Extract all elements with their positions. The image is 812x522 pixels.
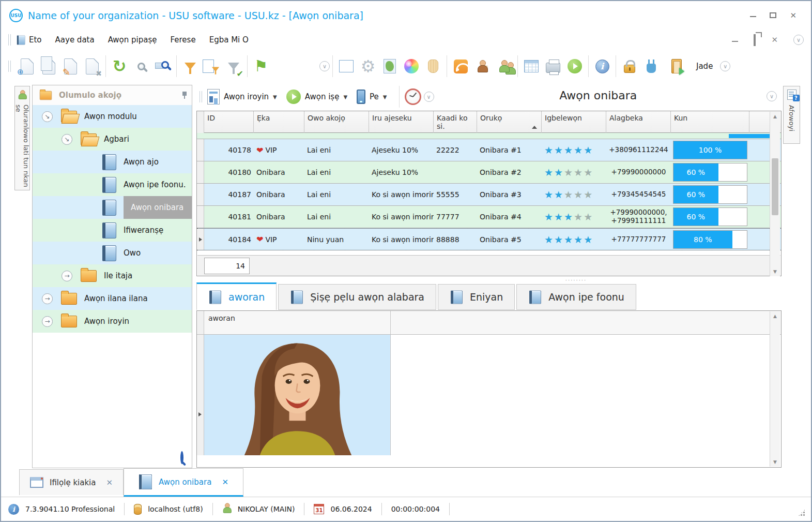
menu-eto[interactable]: Eto (29, 35, 42, 44)
tree-item-awon-iroyin[interactable]: → Awọn iroyin (33, 310, 192, 333)
collapse-icon[interactable]: ↘ (42, 111, 53, 122)
print-button[interactable] (542, 54, 564, 78)
filter-panel-button[interactable] (201, 54, 223, 78)
reports-dropdown[interactable]: Awọn iroyin ▼ (207, 89, 277, 105)
exit-button[interactable] (662, 54, 691, 78)
scroll-down-icon[interactable]: ▼ (770, 457, 780, 467)
mdi-restore-button[interactable] (754, 35, 756, 45)
view-toolbar-chevron[interactable]: ∨ (424, 92, 434, 102)
tiles-view-button[interactable] (335, 54, 357, 78)
mdi-close-button[interactable]: ✕ (771, 35, 778, 44)
tree-item-awon-modulu[interactable]: ↘ Awọn modulu (33, 105, 192, 128)
tab-aworan[interactable]: aworan (196, 282, 277, 310)
toolbar-overflow-chevron[interactable]: ∨ (319, 61, 330, 71)
column-header-alagbeka[interactable]: Alagbeka (606, 111, 671, 133)
user-permissions-button[interactable]: ⚿ (471, 54, 493, 78)
photo-panel-scrollbar[interactable]: ▲ ▼ (770, 311, 780, 467)
column-header-oruko[interactable]: Orukọ (477, 111, 542, 133)
manual-side-tab[interactable]: ? Afowoyi (783, 86, 800, 144)
close-tab-icon[interactable]: ✕ (106, 478, 113, 487)
grid-row-5-selected[interactable]: 40184 ❤VIP Ninu yuan Ko si awọn imoriri … (197, 228, 781, 250)
expand-icon[interactable]: → (62, 271, 72, 281)
column-header-id[interactable]: ID (204, 111, 254, 133)
close-tab-icon[interactable]: ✕ (222, 478, 228, 487)
feed-button[interactable] (450, 54, 471, 78)
minimize-button[interactable] (750, 11, 756, 20)
copy-record-button[interactable] (38, 54, 59, 78)
tab-awon-onibara[interactable]: Awọn onibara ✕ (124, 468, 243, 497)
column-header-igbelewon[interactable]: Igbelewọn (542, 111, 606, 133)
menu-ferese[interactable]: Ferese (171, 35, 196, 44)
settings-button[interactable]: ⚙ (357, 54, 379, 78)
tab-eniyan[interactable]: Eniyan (438, 284, 515, 310)
collapse-icon[interactable]: ↘ (62, 134, 72, 145)
tree-item-ifiweranse[interactable]: Ifiweranṣẹ (33, 219, 192, 242)
assistant-side-tab[interactable]: Oluranlowo lati tun nkan se (14, 86, 30, 190)
flag-button[interactable]: ⚑ (250, 54, 272, 78)
filter-apply-button[interactable]: ✔ (223, 54, 244, 78)
column-header-kun[interactable]: Kun (671, 111, 749, 133)
search-button[interactable] (130, 54, 152, 78)
actions-dropdown[interactable]: Awọn iṣẹ ▼ (286, 90, 347, 104)
toolbar-right-chevron[interactable]: ∨ (720, 61, 730, 71)
menu-egba-mi-o[interactable]: Egba Mi O (209, 35, 249, 44)
grid-row-4[interactable]: 40181 Onibara Lai eni Ko si awọn imoriri… (197, 206, 781, 228)
mdi-minimize-button[interactable] (732, 35, 738, 45)
column-header-kaadi[interactable]: Kaadi ko si. (434, 111, 477, 133)
go-button[interactable] (564, 54, 586, 78)
expand-icon[interactable]: → (42, 316, 53, 327)
menu-awon-pipase[interactable]: Awọn pipaṣẹ (108, 35, 157, 44)
column-header-owo-akojo[interactable]: Owo akojọ (304, 111, 369, 133)
expand-icon[interactable]: → (42, 293, 53, 304)
scroll-up-icon[interactable]: ▲ (770, 112, 780, 121)
add-record-button[interactable]: ⊕ (16, 54, 38, 78)
refresh-button[interactable]: ↻ (109, 54, 130, 78)
filter-button[interactable] (179, 54, 201, 78)
scheduler-button[interactable] (402, 85, 424, 109)
plugin-button[interactable] (640, 54, 662, 78)
tree-item-ile-itaja[interactable]: → Ile itaja (33, 264, 192, 287)
tab-sise-pelu-awon-alabara[interactable]: Ṣiṣẹ pẹlu awọn alabara (278, 284, 436, 310)
tree-item-awon-ajo[interactable]: Awọn ajo (33, 151, 192, 173)
column-header-iru-ajeseku[interactable]: Iru ajeseku (369, 111, 434, 133)
users-button[interactable] (493, 54, 515, 78)
maximize-button[interactable] (770, 11, 776, 20)
scroll-down-icon[interactable]: ▼ (770, 267, 780, 276)
exit-label[interactable]: Jade (696, 62, 713, 71)
photo-column-header[interactable]: aworan (204, 311, 391, 334)
pan-button[interactable] (422, 54, 444, 78)
tree-item-agbari[interactable]: ↘ Agbari (33, 128, 192, 151)
info-button[interactable]: i (591, 54, 613, 78)
tab-awon-ipe-foonu[interactable]: Awọn ipe foonu (516, 284, 636, 310)
progress-track: 60 % (673, 163, 747, 182)
map-button[interactable] (379, 54, 401, 78)
edit-record-button[interactable]: ✎ (59, 54, 81, 78)
tree-item-awon-ilana-ilana[interactable]: → Awọn ilana ilana (33, 287, 192, 310)
title-chevron[interactable]: ∨ (767, 91, 777, 101)
tab-ifilole-kiakia[interactable]: Ifilọlẹ kiakia ✕ (19, 469, 124, 495)
scroll-up-icon[interactable]: ▲ (770, 311, 780, 321)
grid-row-2[interactable]: 40180 Onibara Lai eni Ajeseku 10% Onibar… (197, 161, 781, 184)
table-button[interactable] (520, 54, 542, 78)
pin-icon[interactable] (182, 92, 187, 99)
colors-button[interactable] (401, 54, 422, 78)
tree-item-owo[interactable]: Owo (33, 242, 192, 264)
call-dropdown[interactable]: Pe ▼ (357, 90, 387, 104)
delete-record-button[interactable]: ✖ (81, 54, 103, 78)
client-photo[interactable] (204, 335, 391, 455)
scroll-thumb[interactable] (772, 158, 778, 215)
grid-scrollbar[interactable]: ▲ ▼ (770, 112, 780, 276)
menu-aaye-data[interactable]: Aaye data (55, 35, 95, 44)
advanced-search-button[interactable] (152, 54, 174, 78)
sidebar-search-button[interactable] (180, 453, 183, 463)
grid-row-3[interactable]: 40187 Onibara Lai eni Ko si awọn imoriri… (197, 184, 781, 206)
tree-item-awon-onibara[interactable]: Awọn onibara (33, 196, 192, 219)
tree-item-awon-ipe-foonu[interactable]: Awọn ipe foonu. (33, 173, 192, 196)
grid-row-1[interactable]: 40178 ❤VIP Lai eni Ajeseku 10% 22222 Oni… (197, 139, 781, 161)
lock-button[interactable] (619, 54, 640, 78)
resize-grip[interactable] (798, 509, 806, 517)
close-button[interactable]: ✕ (790, 11, 796, 20)
progress-bar: 100 % (673, 141, 747, 159)
mdi-window-list-chevron[interactable]: ∨ (793, 35, 804, 45)
column-header-eka[interactable]: Ẹka (254, 111, 304, 133)
